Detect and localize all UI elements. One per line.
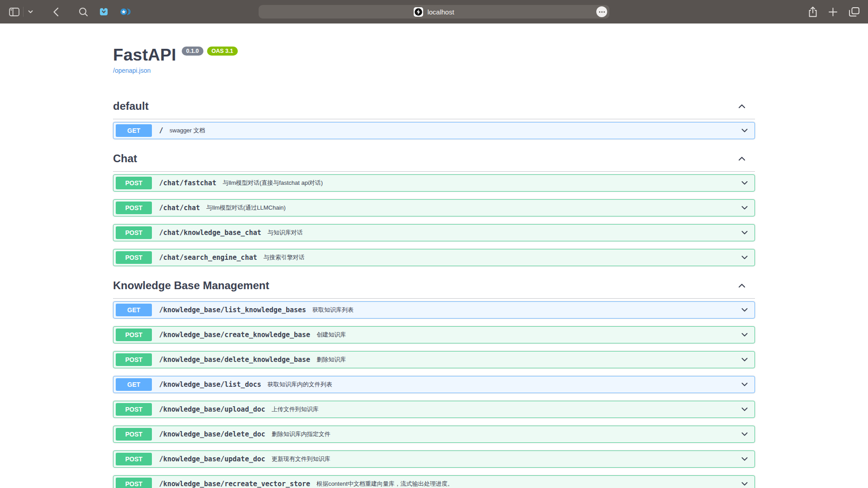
rings-extension-icon[interactable] bbox=[119, 7, 132, 17]
section-operations: GET /knowledge_base/list_knowledge_bases… bbox=[113, 301, 755, 488]
url-text: localhost bbox=[427, 8, 454, 16]
site-favicon bbox=[414, 7, 423, 17]
method-badge: GET bbox=[116, 378, 152, 391]
endpoint-path: / bbox=[159, 127, 163, 135]
expand-endpoint-icon[interactable] bbox=[740, 178, 749, 188]
api-info: FastAPI 0.1.0 OAS 3.1 /openapi.json bbox=[113, 45, 755, 75]
endpoint-row[interactable]: POST /knowledge_base/create_knowledge_ba… bbox=[113, 326, 755, 343]
endpoint-path: /chat/search_engine_chat bbox=[159, 253, 257, 262]
endpoint-summary: swagger 文档 bbox=[170, 127, 205, 135]
endpoint-summary: 与llm模型对话(通过LLMChain) bbox=[206, 204, 286, 212]
swagger-ui-page: FastAPI 0.1.0 OAS 3.1 /openapi.json defa… bbox=[0, 23, 868, 488]
address-bar[interactable]: localhost bbox=[259, 5, 609, 19]
expand-endpoint-icon[interactable] bbox=[740, 253, 749, 262]
endpoint-summary: 创建知识库 bbox=[316, 331, 346, 339]
browser-toolbar: localhost bbox=[0, 0, 868, 23]
expand-endpoint-icon[interactable] bbox=[740, 126, 749, 135]
expand-endpoint-icon[interactable] bbox=[740, 203, 749, 212]
endpoint-summary: 上传文件到知识库 bbox=[272, 405, 319, 413]
endpoint-path: /chat/fastchat bbox=[159, 179, 216, 187]
version-badge: 0.1.0 bbox=[182, 47, 203, 56]
toolbar-divider bbox=[23, 7, 24, 17]
section-header[interactable]: Chat bbox=[113, 147, 755, 172]
method-badge: POST bbox=[116, 226, 152, 239]
collapse-section-icon[interactable] bbox=[737, 154, 747, 164]
method-badge: POST bbox=[116, 478, 152, 488]
expand-endpoint-icon[interactable] bbox=[740, 405, 749, 414]
endpoint-row[interactable]: POST /chat/chat 与llm模型对话(通过LLMChain) bbox=[113, 199, 755, 216]
endpoint-row[interactable]: POST /chat/fastchat 与llm模型对话(直接与fastchat… bbox=[113, 174, 755, 192]
endpoint-summary: 删除知识库 bbox=[316, 356, 346, 364]
method-badge: GET bbox=[116, 304, 152, 316]
section-header[interactable]: default bbox=[113, 94, 755, 119]
method-badge: GET bbox=[116, 124, 152, 137]
expand-endpoint-icon[interactable] bbox=[740, 479, 749, 488]
bookmark-extension-icon[interactable] bbox=[98, 6, 109, 17]
endpoint-summary: 与知识库对话 bbox=[268, 229, 303, 237]
endpoint-path: /knowledge_base/upload_doc bbox=[159, 405, 265, 413]
section-title: Knowledge Base Management bbox=[113, 279, 269, 292]
section-operations: POST /chat/fastchat 与llm模型对话(直接与fastchat… bbox=[113, 174, 755, 266]
method-badge: POST bbox=[116, 251, 152, 264]
expand-endpoint-icon[interactable] bbox=[740, 330, 749, 339]
more-options-icon[interactable] bbox=[596, 6, 607, 17]
search-icon[interactable] bbox=[79, 7, 88, 17]
method-badge: POST bbox=[116, 428, 152, 441]
endpoint-summary: 更新现有文件到知识库 bbox=[272, 455, 330, 463]
new-tab-icon[interactable] bbox=[828, 7, 838, 17]
endpoint-summary: 获取知识库列表 bbox=[312, 306, 354, 314]
api-section: Chat POST /chat/fastchat 与llm模型对话(直接与fas… bbox=[113, 147, 755, 266]
section-header[interactable]: Knowledge Base Management bbox=[113, 274, 755, 299]
endpoint-row[interactable]: POST /knowledge_base/update_doc 更新现有文件到知… bbox=[113, 450, 755, 468]
method-badge: POST bbox=[116, 453, 152, 465]
endpoint-row[interactable]: GET /knowledge_base/list_docs 获取知识库内的文件列… bbox=[113, 376, 755, 393]
endpoint-path: /chat/knowledge_base_chat bbox=[159, 229, 261, 237]
endpoint-row[interactable]: GET / swagger 文档 bbox=[113, 122, 755, 139]
expand-endpoint-icon[interactable] bbox=[740, 228, 749, 237]
method-badge: POST bbox=[116, 403, 152, 416]
api-title: FastAPI bbox=[113, 45, 176, 65]
api-sections: default GET / swagger 文档 Chat POST /chat… bbox=[113, 94, 755, 488]
method-badge: POST bbox=[116, 202, 152, 214]
endpoint-path: /knowledge_base/list_knowledge_bases bbox=[159, 306, 306, 314]
endpoint-row[interactable]: POST /knowledge_base/delete_knowledge_ba… bbox=[113, 351, 755, 368]
expand-endpoint-icon[interactable] bbox=[740, 355, 749, 364]
endpoint-row[interactable]: POST /knowledge_base/upload_doc 上传文件到知识库 bbox=[113, 401, 755, 418]
openapi-json-link[interactable]: /openapi.json bbox=[113, 67, 151, 74]
swagger-content: FastAPI 0.1.0 OAS 3.1 /openapi.json defa… bbox=[113, 23, 755, 488]
endpoint-path: /knowledge_base/list_docs bbox=[159, 380, 261, 389]
endpoint-path: /chat/chat bbox=[159, 204, 200, 212]
endpoint-row[interactable]: POST /knowledge_base/delete_doc 删除知识库内指定… bbox=[113, 426, 755, 443]
method-badge: POST bbox=[116, 353, 152, 366]
endpoint-summary: 获取知识库内的文件列表 bbox=[268, 380, 332, 389]
section-operations: GET / swagger 文档 bbox=[113, 122, 755, 139]
endpoint-row[interactable]: POST /knowledge_base/recreate_vector_sto… bbox=[113, 475, 755, 488]
section-title: Chat bbox=[113, 152, 137, 165]
api-section: default GET / swagger 文档 bbox=[113, 94, 755, 139]
endpoint-summary: 根据content中文档重建向量库，流式输出处理进度。 bbox=[316, 480, 453, 488]
back-icon[interactable] bbox=[53, 7, 59, 17]
sidebar-icon[interactable] bbox=[9, 8, 19, 16]
endpoint-row[interactable]: POST /chat/knowledge_base_chat 与知识库对话 bbox=[113, 224, 755, 241]
collapse-section-icon[interactable] bbox=[737, 101, 747, 111]
method-badge: POST bbox=[116, 328, 152, 341]
expand-endpoint-icon[interactable] bbox=[740, 305, 749, 314]
expand-endpoint-icon[interactable] bbox=[740, 455, 749, 464]
share-icon[interactable] bbox=[808, 6, 817, 18]
endpoint-row[interactable]: POST /chat/search_engine_chat 与搜索引擎对话 bbox=[113, 249, 755, 266]
endpoint-row[interactable]: GET /knowledge_base/list_knowledge_bases… bbox=[113, 301, 755, 319]
oas-badge: OAS 3.1 bbox=[207, 47, 238, 56]
endpoint-path: /knowledge_base/delete_knowledge_base bbox=[159, 356, 310, 364]
chevron-down-icon[interactable] bbox=[28, 10, 33, 14]
expand-endpoint-icon[interactable] bbox=[740, 380, 749, 389]
tabs-overview-icon[interactable] bbox=[849, 7, 860, 17]
endpoint-path: /knowledge_base/update_doc bbox=[159, 455, 265, 463]
expand-endpoint-icon[interactable] bbox=[740, 430, 749, 439]
method-badge: POST bbox=[116, 177, 152, 189]
endpoint-summary: 与搜索引擎对话 bbox=[264, 253, 305, 262]
api-section: Knowledge Base Management GET /knowledge… bbox=[113, 274, 755, 488]
endpoint-summary: 删除知识库内指定文件 bbox=[272, 430, 330, 438]
endpoint-path: /knowledge_base/create_knowledge_base bbox=[159, 331, 310, 339]
section-title: default bbox=[113, 100, 149, 113]
collapse-section-icon[interactable] bbox=[737, 281, 747, 291]
